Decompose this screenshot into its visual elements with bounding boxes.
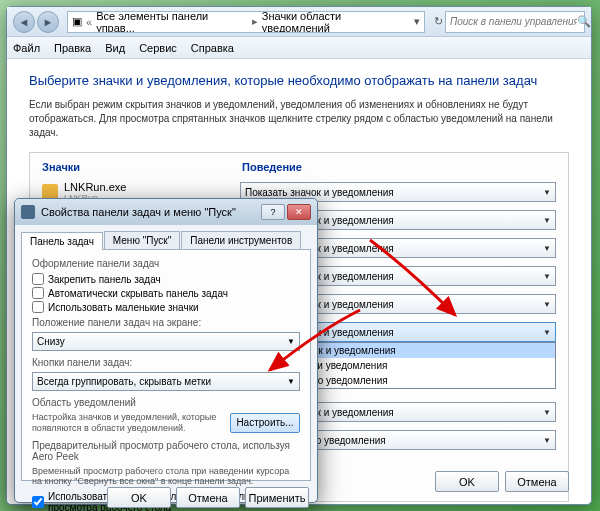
taskbar-properties-dialog: Свойства панели задач и меню "Пуск" ? ✕ … (14, 198, 318, 503)
tab-strip: Панель задач Меню "Пуск" Панели инструме… (21, 231, 311, 249)
cp-titlebar: ◄ ► ▣ « Все элементы панели управ... ▸ З… (7, 7, 591, 37)
props-ok-button[interactable]: OK (107, 487, 171, 508)
chevron-down-icon: ▼ (287, 337, 295, 346)
help-button[interactable]: ? (261, 204, 285, 220)
menu-file[interactable]: Файл (13, 42, 40, 54)
aero-description: Временный просмотр рабочего стола при на… (32, 466, 300, 488)
app-name: LNKRun.exe (64, 181, 240, 193)
breadcrumb-dropdown-icon[interactable]: ▾ (410, 15, 424, 28)
chevron-right-icon: ▸ (252, 15, 258, 28)
search-box[interactable]: 🔍 (445, 11, 585, 33)
breadcrumb-item-1[interactable]: Все элементы панели управ... (96, 11, 248, 33)
dialog-titlebar[interactable]: Свойства панели задач и меню "Пуск" ? ✕ (15, 199, 317, 225)
tab-taskbar[interactable]: Панель задач (21, 232, 103, 250)
notification-text: Настройка значков и уведомлений, которые… (32, 412, 222, 434)
combo-buttons[interactable]: Всегда группировать, скрывать метки▼ (32, 372, 300, 391)
close-button[interactable]: ✕ (287, 204, 311, 220)
column-header-icons: Значки (42, 161, 242, 173)
nav-forward-button[interactable]: ► (37, 11, 59, 33)
breadcrumb[interactable]: ▣ « Все элементы панели управ... ▸ Значк… (67, 11, 425, 33)
customize-button[interactable]: Настроить... (230, 413, 300, 433)
checkbox-aero-peek[interactable] (32, 496, 44, 508)
refresh-button[interactable]: ↻ (431, 15, 445, 28)
chevron-down-icon: ▼ (543, 188, 551, 197)
taskbar-icon (21, 205, 35, 219)
chevron-down-icon: ▼ (287, 377, 295, 386)
combo-position[interactable]: Снизу▼ (32, 332, 300, 351)
menu-service[interactable]: Сервис (139, 42, 177, 54)
nav-back-button[interactable]: ◄ (13, 11, 35, 33)
menu-help[interactable]: Справка (191, 42, 234, 54)
label-small-icons: Использовать маленькие значки (48, 302, 199, 313)
cancel-button[interactable]: Отмена (505, 471, 569, 492)
checkbox-small-icons[interactable] (32, 301, 44, 313)
label-autohide: Автоматически скрывать панель задач (48, 288, 228, 299)
label-buttons: Кнопки панели задач: (32, 357, 300, 368)
search-icon: 🔍 (577, 15, 591, 28)
menu-view[interactable]: Вид (105, 42, 125, 54)
menubar: Файл Правка Вид Сервис Справка (7, 37, 591, 59)
section-notification: Область уведомлений (32, 397, 300, 408)
dialog-title: Свойства панели задач и меню "Пуск" (41, 206, 261, 218)
tab-start-menu[interactable]: Меню "Пуск" (104, 231, 180, 249)
menu-edit[interactable]: Правка (54, 42, 91, 54)
page-description: Если выбран режим скрытия значков и увед… (29, 98, 569, 140)
props-cancel-button[interactable]: Отмена (176, 487, 240, 508)
breadcrumb-item-2[interactable]: Значки области уведомлений (262, 11, 410, 33)
label-position: Положение панели задач на экране: (32, 317, 300, 328)
section-aero: Предварительный просмотр рабочего стола,… (32, 440, 300, 462)
page-heading: Выберите значки и уведомления, которые н… (29, 73, 569, 88)
column-header-behavior: Поведение (242, 161, 556, 173)
checkbox-autohide[interactable] (32, 287, 44, 299)
search-input[interactable] (446, 16, 577, 27)
ok-button[interactable]: OK (435, 471, 499, 492)
tab-toolbars[interactable]: Панели инструментов (181, 231, 301, 249)
tab-body: Оформление панели задач Закрепить панель… (21, 249, 311, 481)
label-lock: Закрепить панель задач (48, 274, 161, 285)
checkbox-lock[interactable] (32, 273, 44, 285)
section-design: Оформление панели задач (32, 258, 300, 269)
props-apply-button[interactable]: Применить (245, 487, 309, 508)
breadcrumb-root-icon: ▣ (72, 15, 82, 28)
